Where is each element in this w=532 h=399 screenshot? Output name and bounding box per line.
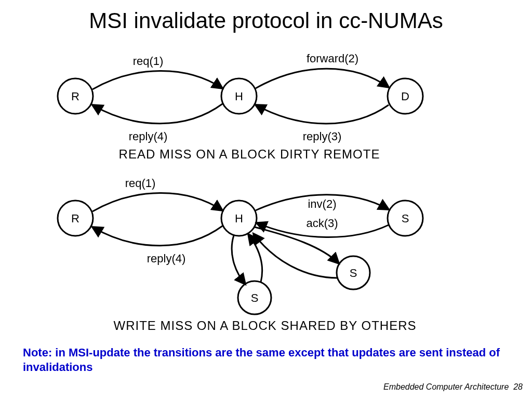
diagram-write-miss: R H S S S req(1) reply(4) inv(2) <box>58 177 423 332</box>
footer-page: 28 <box>513 382 523 391</box>
edge-forward2 <box>256 69 389 88</box>
slide: MSI invalidate protocol in cc-NUMAs R H … <box>0 0 532 399</box>
node-r-label: R <box>71 90 79 103</box>
edge-req1 <box>92 71 222 89</box>
edge2-req1 <box>92 193 222 211</box>
diagram-area: R H D req(1) reply(4) forward(2) reply(3… <box>31 47 499 338</box>
edge2-inv-label: inv(2) <box>308 197 336 210</box>
slide-title: MSI invalidate protocol in cc-NUMAs <box>0 8 532 33</box>
edge-reply4 <box>92 104 222 124</box>
edge2-ack-s2 <box>254 234 338 278</box>
diagram-read-miss: R H D req(1) reply(4) forward(2) reply(3… <box>58 52 423 161</box>
slide-footer: Embedded Computer Architecture 28 <box>383 382 523 392</box>
node-r2-label: R <box>71 212 79 225</box>
node-s1-label: S <box>402 212 409 225</box>
node-s2-label: S <box>350 267 357 280</box>
edge-reply3 <box>256 105 389 124</box>
edge-forward2-label: forward(2) <box>307 52 358 65</box>
edge2-inv-s3 <box>232 235 245 284</box>
node-h-label: H <box>235 90 243 103</box>
footer-course: Embedded Computer Architecture <box>383 382 509 391</box>
diagram1-caption: READ MISS ON A BLOCK DIRTY REMOTE <box>119 147 380 161</box>
edge-reply3-label: reply(3) <box>303 130 342 143</box>
node-s3-label: S <box>251 291 259 304</box>
edge2-reply4-label: reply(4) <box>147 252 186 265</box>
protocol-diagrams: R H D req(1) reply(4) forward(2) reply(3… <box>31 47 499 338</box>
node-h2-label: H <box>235 212 243 225</box>
note-text: Note: in MSI-update the transitions are … <box>23 345 501 374</box>
edge2-reply4 <box>92 226 222 246</box>
node-d-label: D <box>401 90 409 103</box>
edge2-ack-label: ack(3) <box>306 217 338 230</box>
edge2-req1-label: req(1) <box>125 177 156 190</box>
edge-reply4-label: reply(4) <box>129 130 168 143</box>
diagram2-caption: WRITE MISS ON A BLOCK SHARED BY OTHERS <box>113 318 416 332</box>
edge-req1-label: req(1) <box>133 55 164 68</box>
edge2-inv-s2 <box>255 227 339 263</box>
